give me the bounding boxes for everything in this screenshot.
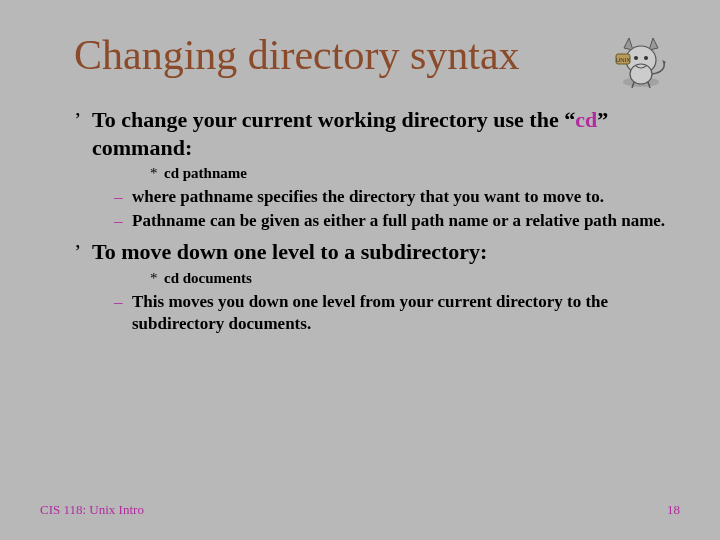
svg-point-4 xyxy=(644,56,648,60)
sub-bullet: – where pathname specifies the directory… xyxy=(114,186,680,208)
sub-bullet-text: Pathname can be given as either a full p… xyxy=(132,210,680,232)
footer-page-number: 18 xyxy=(667,502,680,518)
slide-body: ’ To change your current working directo… xyxy=(40,106,680,335)
text-segment: To change your current working directory… xyxy=(92,107,575,132)
dash-bullet: – xyxy=(114,291,132,313)
cd-command: cd xyxy=(575,107,597,132)
title-row: Changing directory syntax UNIX xyxy=(40,28,680,94)
bullet-point-2: ’ To move down one level to a subdirecto… xyxy=(74,238,680,266)
sub-bullet-text: This moves you down one level from your … xyxy=(132,291,680,335)
slide: Changing directory syntax UNIX ’ xyxy=(0,0,720,540)
slide-title: Changing directory syntax xyxy=(74,32,520,78)
bullet-text: To move down one level to a subdirectory… xyxy=(92,238,680,266)
bullet-glyph: ’ xyxy=(74,106,92,134)
sub-bullet: – This moves you down one level from you… xyxy=(114,291,680,335)
code-example-1: *cd pathname xyxy=(150,165,680,182)
footer-course: CIS 118: Unix Intro xyxy=(40,502,144,518)
sub-bullet-text: where pathname specifies the directory t… xyxy=(132,186,680,208)
dash-bullet: – xyxy=(114,186,132,208)
svg-point-3 xyxy=(634,56,638,60)
svg-text:UNIX: UNIX xyxy=(616,57,630,63)
bsd-daemon-icon: UNIX xyxy=(606,34,676,94)
svg-point-2 xyxy=(630,64,652,84)
bullet-glyph: ’ xyxy=(74,238,92,266)
dash-bullet: – xyxy=(114,210,132,232)
bullet-text: To change your current working directory… xyxy=(92,106,680,161)
code-example-2: *cd documents xyxy=(150,270,680,287)
slide-footer: CIS 118: Unix Intro 18 xyxy=(40,502,680,518)
bullet-point-1: ’ To change your current working directo… xyxy=(74,106,680,161)
sub-bullet: – Pathname can be given as either a full… xyxy=(114,210,680,232)
asterisk-bullet: * xyxy=(150,270,164,287)
example-text: cd documents xyxy=(164,270,252,286)
example-text: cd pathname xyxy=(164,165,247,181)
asterisk-bullet: * xyxy=(150,165,164,182)
